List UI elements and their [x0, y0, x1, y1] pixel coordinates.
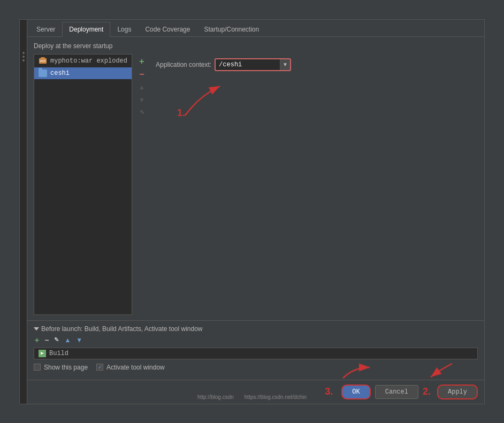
- show-page-checkbox[interactable]: [34, 364, 41, 371]
- bl-up-button[interactable]: ▲: [63, 336, 72, 344]
- tab-deployment[interactable]: Deployment: [62, 22, 110, 37]
- artifact-list-panel: WAR myphoto:war exploded ceshi: [34, 54, 132, 315]
- checkbox-row: Show this page Activate tool window: [34, 364, 478, 371]
- context-panel: Application context: ▼ 1.: [156, 54, 478, 315]
- context-dropdown-button[interactable]: ▼: [280, 59, 290, 70]
- folder-icon: [39, 70, 47, 77]
- tab-logs[interactable]: Logs: [110, 22, 138, 36]
- war-icon: WAR: [39, 57, 47, 65]
- tab-server[interactable]: Server: [29, 22, 62, 36]
- before-launch-label: Before launch: Build, Build Artifacts, A…: [41, 325, 203, 333]
- artifact-list: WAR myphoto:war exploded ceshi: [34, 55, 132, 314]
- application-context-label: Application context:: [156, 61, 211, 68]
- build-icon: ▶: [39, 350, 46, 357]
- tab-bar: Server Deployment Logs Code Coverage Sta…: [27, 20, 484, 37]
- show-page-checkbox-item[interactable]: Show this page: [34, 364, 88, 371]
- artifact-name-ceshi: ceshi: [50, 70, 70, 77]
- annotation-1: 1.: [177, 107, 185, 119]
- before-launch-header: Before launch: Build, Build Artifacts, A…: [34, 325, 478, 333]
- before-launch-toolbar: + − ✎ ▲ ▼: [34, 336, 478, 344]
- show-page-label: Show this page: [44, 364, 88, 371]
- bl-edit-button[interactable]: ✎: [53, 336, 60, 343]
- activate-window-checkbox-item[interactable]: Activate tool window: [96, 364, 165, 371]
- context-input-wrap: ▼: [215, 58, 291, 71]
- activate-window-checkbox[interactable]: [96, 364, 103, 371]
- artifact-item-ceshi[interactable]: ceshi: [34, 67, 132, 79]
- remove-artifact-button[interactable]: −: [136, 69, 147, 80]
- bl-remove-button[interactable]: −: [43, 336, 50, 344]
- sidebar: [20, 20, 27, 404]
- svg-rect-1: [41, 57, 45, 59]
- edit-artifact-button[interactable]: ✎: [136, 107, 147, 118]
- cancel-button[interactable]: Cancel: [375, 385, 418, 399]
- arrow-1: [156, 75, 263, 140]
- move-up-button[interactable]: ▲: [136, 82, 147, 93]
- svg-text:WAR: WAR: [40, 59, 46, 63]
- side-dot: [22, 59, 25, 61]
- annotation-2: 2.: [423, 386, 431, 397]
- artifact-name-war: myphoto:war exploded: [50, 57, 127, 65]
- build-label: Build: [49, 350, 68, 357]
- activate-window-label: Activate tool window: [106, 364, 165, 371]
- artifact-toolbar: + − ▲ ▼ ✎: [134, 54, 149, 315]
- build-list: ▶ Build: [34, 348, 478, 359]
- collapse-triangle[interactable]: [34, 327, 39, 330]
- apply-button[interactable]: Apply: [437, 384, 478, 399]
- build-list-item[interactable]: ▶ Build: [34, 348, 477, 359]
- before-launch-section: Before launch: Build, Build Artifacts, A…: [27, 320, 484, 380]
- ok-button[interactable]: OK: [341, 384, 370, 399]
- annotation-3: 3.: [325, 386, 333, 397]
- deploy-label: Deploy at the server startup: [34, 42, 478, 50]
- side-dot: [22, 56, 25, 58]
- bl-down-button[interactable]: ▼: [75, 336, 83, 344]
- add-artifact-button[interactable]: +: [136, 56, 147, 67]
- dialog-buttons: 3. OK Cancel 2.: [27, 380, 484, 404]
- tab-code-coverage[interactable]: Code Coverage: [138, 22, 197, 36]
- artifact-item-war[interactable]: WAR myphoto:war exploded: [34, 55, 132, 67]
- context-input[interactable]: [216, 59, 280, 70]
- side-dot: [22, 52, 25, 54]
- context-row: Application context: ▼: [156, 58, 478, 71]
- tab-startup-connection[interactable]: Startup/Connection: [197, 22, 266, 36]
- move-down-button[interactable]: ▼: [136, 95, 147, 105]
- bl-add-button[interactable]: +: [34, 336, 40, 344]
